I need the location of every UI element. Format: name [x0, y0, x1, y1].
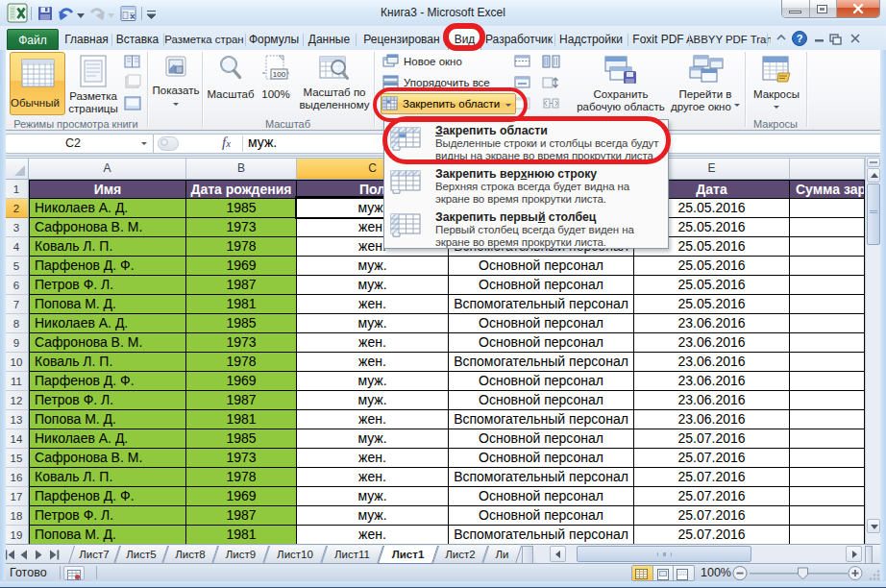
svg-text:?: ? [797, 33, 803, 44]
svg-text:100: 100 [273, 70, 286, 79]
